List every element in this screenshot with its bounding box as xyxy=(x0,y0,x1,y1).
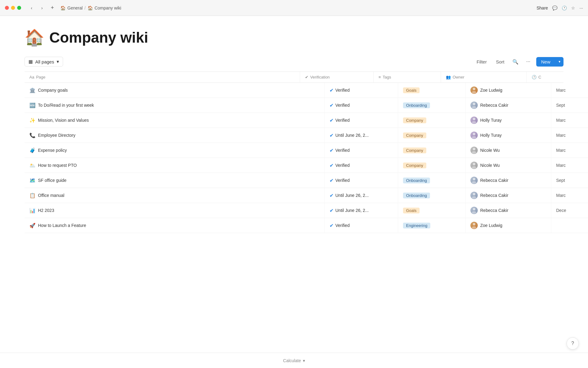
clock-icon: 🕐 xyxy=(532,75,537,79)
more-icon[interactable]: ··· xyxy=(579,6,583,10)
new-btn-arrow[interactable]: ▾ xyxy=(556,57,564,66)
table-row[interactable]: 🌥️ How to request PTO ✔ Verified Company… xyxy=(24,158,588,173)
col-page[interactable]: Aa Page xyxy=(24,72,300,82)
cell-verification: ✔ Until June 26, 2... xyxy=(325,203,398,218)
verify-text: Verified xyxy=(335,103,350,108)
search-button[interactable]: 🔍 xyxy=(511,57,520,67)
titlebar: ‹ › + 🏠 General / 🏠 Company wiki Share 💬… xyxy=(0,0,588,16)
page-row-name: Office manual xyxy=(38,193,64,198)
calculate-chevron: ▾ xyxy=(303,358,305,363)
maximize-button[interactable] xyxy=(17,6,21,10)
minimize-button[interactable] xyxy=(11,6,15,10)
table-row[interactable]: 📊 H2 2023 ✔ Until June 26, 2... Goals Re… xyxy=(24,203,588,218)
owner-cell: Zoe Ludwig xyxy=(470,86,502,94)
page-row-icon: 🌥️ xyxy=(29,163,36,168)
more-options-button[interactable]: ··· xyxy=(523,57,533,67)
table-row[interactable]: ✨ Mission, Vision and Values ✔ Verified … xyxy=(24,113,588,128)
cell-date: Marc xyxy=(551,83,588,98)
table-row[interactable]: 🧳 Expense policy ✔ Verified Company Nico… xyxy=(24,143,588,158)
verify-badge: ✔ Until June 26, 2... xyxy=(330,208,369,213)
table-row[interactable]: 🆕 To Do/Read in your first week ✔ Verifi… xyxy=(24,98,588,113)
cell-verification: ✔ Until June 26, 2... xyxy=(325,128,398,143)
table-row[interactable]: 🚀 How to Launch a Feature ✔ Verified Eng… xyxy=(24,218,588,233)
date-text: Marc xyxy=(556,163,566,168)
col-tags[interactable]: ≡ Tags xyxy=(374,72,441,82)
cell-date: Marc xyxy=(551,128,588,143)
table-row[interactable]: 📞 Employee Directory ✔ Until June 26, 2.… xyxy=(24,128,588,143)
traffic-lights xyxy=(5,6,21,10)
people-icon: 👥 xyxy=(446,75,451,79)
col-verification[interactable]: ✔ Verification xyxy=(300,72,374,82)
date-text: Marc xyxy=(556,148,566,153)
view-selector[interactable]: ▦ All pages ▾ xyxy=(24,57,63,67)
favorite-icon[interactable]: ☆ xyxy=(571,6,575,10)
cell-page: 📋 Office manual xyxy=(24,188,325,203)
close-button[interactable] xyxy=(5,6,9,10)
breadcrumb: 🏠 General / 🏠 Company wiki xyxy=(60,6,121,10)
toolbar-right: Filter Sort 🔍 ··· New ▾ xyxy=(473,57,564,67)
verify-text: Until June 26, 2... xyxy=(335,208,369,213)
verify-badge: ✔ Verified xyxy=(330,163,350,168)
page-row-name: Company goals xyxy=(38,88,68,93)
owner-cell: Nicole Wu xyxy=(470,147,500,154)
avatar xyxy=(470,207,478,214)
breadcrumb-sep: / xyxy=(85,6,86,10)
calculate-button[interactable]: Calculate ▾ xyxy=(283,358,305,363)
main-content: 🏠 Company wiki ▦ All pages ▾ Filter Sort… xyxy=(0,16,588,83)
date-text: Marc xyxy=(556,118,566,123)
tag-badge: Goals xyxy=(403,87,420,93)
page-row-icon: 🆕 xyxy=(29,102,36,108)
page-row-icon: 📋 xyxy=(29,193,36,198)
page-row-icon: 📊 xyxy=(29,208,36,213)
tag-badge: Company xyxy=(403,132,426,138)
col-date[interactable]: 🕐 C xyxy=(527,72,564,82)
cell-page: 📊 H2 2023 xyxy=(24,203,325,218)
cell-tags: Engineering xyxy=(398,218,466,233)
owner-name: Holly Turay xyxy=(480,133,502,138)
tag-badge: Company xyxy=(403,163,426,168)
verify-badge: ✔ Verified xyxy=(330,178,350,183)
tag-badge: Onboarding xyxy=(403,102,430,108)
col-owner[interactable]: 👥 Owner xyxy=(441,72,527,82)
titlebar-actions: Share 💬 🕐 ☆ ··· xyxy=(537,6,583,10)
owner-cell: Rebecca Cakir xyxy=(470,102,508,109)
cell-verification: ✔ Until June 26, 2... xyxy=(325,188,398,203)
new-tab-button[interactable]: + xyxy=(48,4,57,12)
date-text: Sept xyxy=(556,103,565,108)
tag-badge: Onboarding xyxy=(403,193,430,198)
breadcrumb-general[interactable]: General xyxy=(67,6,83,10)
verify-badge: ✔ Verified xyxy=(330,117,350,123)
cell-page: 📞 Employee Directory xyxy=(24,128,325,143)
svg-point-18 xyxy=(473,223,475,225)
breadcrumb-page[interactable]: Company wiki xyxy=(95,6,121,10)
page-row-name: How to Launch a Feature xyxy=(38,223,86,228)
share-button[interactable]: Share xyxy=(537,6,548,10)
date-text: Sept xyxy=(556,178,565,183)
text-icon: Aa xyxy=(29,75,34,79)
breadcrumb-emoji: 🏠 xyxy=(88,6,93,10)
sort-button[interactable]: Sort xyxy=(493,57,507,66)
owner-name: Nicole Wu xyxy=(480,163,500,168)
table-row[interactable]: 📋 Office manual ✔ Until June 26, 2... On… xyxy=(24,188,588,203)
owner-name: Zoe Ludwig xyxy=(480,88,502,93)
table-row[interactable]: 🏛️ Company goals ✔ Verified Goals Zoe Lu… xyxy=(24,83,588,98)
table-header: Aa Page ✔ Verification ≡ Tags 👥 Owner 🕐 … xyxy=(24,72,564,83)
cell-owner: Rebecca Cakir xyxy=(466,203,551,218)
cell-tags: Company xyxy=(398,143,466,158)
new-button[interactable]: New ▾ xyxy=(536,57,564,67)
view-label: All pages xyxy=(35,59,54,64)
history-icon[interactable]: 🕐 xyxy=(562,6,567,10)
table-row[interactable]: 🗺️ SF office guide ✔ Verified Onboarding… xyxy=(24,173,588,188)
avatar xyxy=(470,162,478,169)
cell-owner: Rebecca Cakir xyxy=(466,173,551,188)
table: Aa Page ✔ Verification ≡ Tags 👥 Owner 🕐 … xyxy=(24,71,564,83)
help-button[interactable]: ? xyxy=(567,337,579,350)
filter-button[interactable]: Filter xyxy=(473,57,490,66)
comment-icon[interactable]: 💬 xyxy=(552,6,557,10)
forward-button[interactable]: › xyxy=(38,4,46,12)
tag-badge: Company xyxy=(403,117,426,123)
cell-owner: Nicole Wu xyxy=(466,158,551,173)
svg-point-10 xyxy=(473,163,475,165)
back-button[interactable]: ‹ xyxy=(27,4,36,12)
cell-verification: ✔ Verified xyxy=(325,158,398,173)
